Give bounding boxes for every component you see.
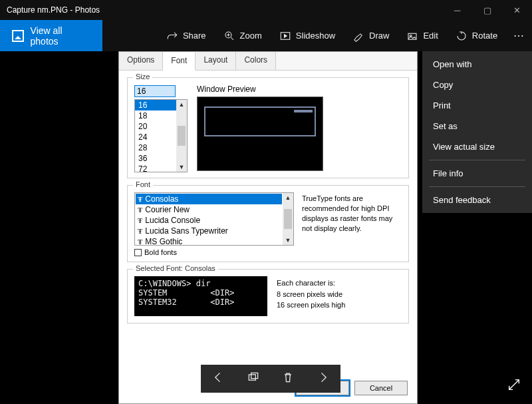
view-all-label: View all photos [31, 25, 91, 47]
list-item[interactable]: 18 [135, 110, 176, 121]
prev-button[interactable] [211, 371, 225, 387]
scroll-up-icon[interactable]: ▲ [285, 194, 291, 201]
size-listbox[interactable]: 16 18 20 24 28 36 72 ▲ ▼ [134, 99, 188, 172]
close-button[interactable]: ✕ [502, 0, 532, 20]
list-item[interactable]: 28 [135, 142, 176, 153]
list-item[interactable]: 16 [135, 100, 176, 110]
svg-rect-4 [249, 375, 255, 380]
tab-strip: Options Font Layout Colors [119, 52, 417, 71]
font-label: Font [133, 180, 153, 188]
photo-nav-bar [201, 365, 340, 393]
menu-view-actual-size[interactable]: View actual size [422, 136, 532, 157]
truetype-icon: Ŧ [138, 195, 142, 203]
selected-font-group: Selected Font: Consolas C:\WINDOWS> dir … [127, 269, 409, 323]
menu-copy[interactable]: Copy [422, 75, 532, 95]
next-button[interactable] [317, 371, 330, 387]
scrollbar[interactable]: ▲ ▼ [283, 193, 293, 245]
truetype-icon: Ŧ [138, 216, 142, 224]
rotate-icon [456, 30, 467, 42]
title-text: Capture nm.PNG - Photos [7, 5, 442, 15]
svg-rect-5 [251, 373, 257, 378]
menu-separator [429, 186, 525, 187]
scroll-thumb[interactable] [178, 126, 186, 146]
truetype-icon: Ŧ [138, 238, 142, 246]
title-bar: Capture nm.PNG - Photos ─ ▢ ✕ [0, 0, 532, 20]
slideshow-icon [279, 30, 291, 42]
zoom-button[interactable]: Zoom [215, 20, 271, 51]
preview-label: Window Preview [197, 85, 402, 94]
scrollbar[interactable]: ▲ ▼ [176, 100, 187, 172]
draw-button[interactable]: Draw [344, 20, 398, 51]
scroll-thumb[interactable] [284, 209, 292, 229]
list-item[interactable]: 36 [135, 153, 176, 164]
properties-dialog: Options Font Layout Colors Size 16 18 20… [118, 51, 418, 404]
checkbox-icon [134, 249, 142, 256]
delete-button[interactable] [281, 371, 295, 387]
more-button[interactable]: ⋯ [506, 20, 532, 51]
scroll-down-icon[interactable]: ▼ [285, 237, 291, 244]
window-preview [197, 97, 323, 171]
share-button[interactable]: Share [158, 20, 215, 51]
bold-fonts-checkbox[interactable]: Bold fonts [134, 248, 294, 256]
share-icon [166, 30, 178, 42]
menu-file-info[interactable]: File info [422, 163, 532, 184]
rotate-button[interactable]: Rotate [447, 20, 506, 51]
list-item[interactable]: ŦLucida Sans Typewriter [136, 226, 282, 236]
maximize-button[interactable]: ▢ [472, 0, 502, 20]
scroll-up-icon[interactable]: ▲ [179, 101, 185, 108]
photos-icon [12, 30, 24, 42]
view-all-photos-button[interactable]: View all photos [0, 20, 102, 51]
slideshow-button[interactable]: Slideshow [271, 20, 344, 51]
list-item[interactable]: 72 [135, 164, 176, 172]
size-group: Size 16 18 20 24 28 36 72 ▲ [127, 77, 409, 178]
edit-icon [406, 30, 418, 42]
menu-set-as[interactable]: Set as [422, 116, 532, 136]
minimize-button[interactable]: ─ [442, 0, 472, 20]
list-item[interactable]: ŦConsolas [136, 194, 282, 204]
context-menu: Open with Copy Print Set as View actual … [422, 51, 532, 213]
tab-options[interactable]: Options [119, 52, 163, 70]
draw-icon [352, 30, 364, 42]
edit-button[interactable]: Edit [398, 20, 446, 51]
character-info: Each character is: 8 screen pixels wide … [277, 276, 345, 316]
scroll-down-icon[interactable]: ▼ [179, 164, 185, 170]
size-input[interactable] [134, 85, 176, 97]
font-listbox[interactable]: ŦConsolas ŦCourier New ŦLucida Console Ŧ… [134, 192, 294, 246]
cancel-button[interactable]: Cancel [354, 381, 408, 395]
truetype-icon: Ŧ [138, 227, 142, 235]
list-item[interactable]: ŦMS Gothic [136, 236, 282, 247]
tab-layout[interactable]: Layout [196, 52, 236, 70]
tab-font[interactable]: Font [163, 53, 196, 71]
zoom-icon [223, 30, 235, 42]
font-info-text: TrueType fonts are recommended for high … [302, 192, 402, 256]
menu-print[interactable]: Print [422, 95, 532, 116]
menu-separator [429, 160, 525, 160]
size-label: Size [133, 73, 152, 81]
preview-window-icon [204, 106, 316, 136]
menu-open-with[interactable]: Open with [422, 54, 532, 75]
selected-font-label: Selected Font: Consolas [133, 264, 218, 272]
fullscreen-button[interactable] [507, 377, 521, 395]
list-item[interactable]: 20 [135, 121, 176, 132]
list-item[interactable]: ŦLucida Console [136, 215, 282, 226]
list-item[interactable]: ŦCourier New [136, 204, 282, 215]
terminal-preview: C:\WINDOWS> dir SYSTEM <DIR> SYSTEM32 <D… [134, 276, 267, 316]
collection-button[interactable] [247, 371, 260, 387]
svg-rect-2 [408, 33, 416, 39]
app-toolbar: View all photos Share Zoom Slideshow Dra… [0, 20, 532, 51]
truetype-icon: Ŧ [138, 206, 142, 214]
list-item[interactable]: 24 [135, 132, 176, 142]
menu-send-feedback[interactable]: Send feedback [422, 190, 532, 210]
tab-colors[interactable]: Colors [236, 52, 276, 70]
font-group: Font ŦConsolas ŦCourier New ŦLucida Cons… [127, 185, 409, 262]
